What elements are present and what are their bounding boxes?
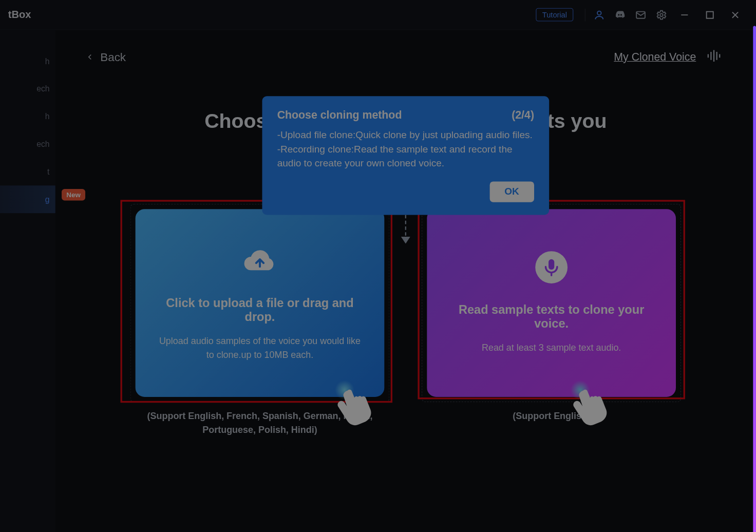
popover-line1: -Upload file clone:Quick clone by just u… bbox=[277, 128, 534, 143]
main-content: Back My Cloned Voice Choose the cloning … bbox=[55, 30, 756, 532]
sidebar: h ech h ech t g New bbox=[0, 30, 55, 532]
subheader: Back My Cloned Voice bbox=[55, 30, 756, 64]
maximize-icon[interactable] bbox=[702, 7, 717, 23]
record-drop-frame: Read sample texts to clone your voice. R… bbox=[422, 204, 681, 402]
hand-cursor-icon bbox=[567, 378, 622, 433]
record-card-title: Read sample texts to clone your voice. bbox=[446, 303, 656, 331]
record-voice-card[interactable]: Read sample texts to clone your voice. R… bbox=[427, 209, 676, 397]
svg-rect-12 bbox=[549, 259, 554, 270]
app-name: tBox bbox=[8, 9, 31, 21]
record-card-subtitle: Read at least 3 sample text audio. bbox=[482, 341, 621, 355]
record-support-text: (Support English) bbox=[513, 409, 590, 423]
popover-step: (2/4) bbox=[512, 109, 534, 122]
sidebar-item-label: g bbox=[45, 195, 50, 204]
title-bar: tBox Tutorial bbox=[0, 0, 756, 30]
discord-icon[interactable] bbox=[612, 7, 628, 23]
settings-icon[interactable] bbox=[653, 7, 669, 23]
back-label: Back bbox=[100, 50, 126, 64]
mail-icon[interactable] bbox=[633, 7, 649, 23]
sidebar-item-4[interactable]: t bbox=[0, 158, 55, 185]
tutorial-button[interactable]: Tutorial bbox=[536, 8, 574, 22]
ok-button[interactable]: OK bbox=[489, 181, 534, 202]
upload-drop-frame: Click to upload a file or drag and drop.… bbox=[130, 204, 390, 402]
waveform-icon[interactable] bbox=[706, 49, 721, 64]
minimize-icon[interactable] bbox=[676, 7, 692, 23]
upload-card-title: Click to upload a file or drag and drop. bbox=[155, 296, 365, 324]
sidebar-item-0[interactable]: h bbox=[0, 47, 55, 75]
profile-icon[interactable] bbox=[591, 7, 607, 23]
upload-file-card[interactable]: Click to upload a file or drag and drop.… bbox=[136, 209, 385, 397]
popover-arrow bbox=[401, 215, 410, 246]
my-cloned-voice-link[interactable]: My Cloned Voice bbox=[614, 51, 696, 64]
right-accent-bar bbox=[753, 26, 756, 532]
microphone-icon bbox=[535, 251, 568, 283]
svg-point-0 bbox=[597, 11, 601, 14]
sidebar-item-1[interactable]: ech bbox=[0, 75, 55, 103]
chevron-left-icon bbox=[85, 52, 94, 62]
sidebar-item-2[interactable]: h bbox=[0, 103, 55, 130]
popover-title: Choose cloning method bbox=[277, 109, 402, 122]
upload-support-text: (Support English, French, Spanish, Germa… bbox=[131, 409, 389, 437]
divider bbox=[585, 8, 585, 21]
popover-line2: -Recording clone:Read the sample text an… bbox=[277, 143, 534, 171]
onboarding-popover: Choose cloning method (2/4) -Upload file… bbox=[262, 96, 549, 215]
svg-point-2 bbox=[660, 13, 663, 16]
cloud-upload-icon bbox=[244, 244, 276, 277]
sidebar-item-3[interactable]: ech bbox=[0, 130, 55, 158]
svg-rect-4 bbox=[707, 11, 713, 18]
sidebar-item-5[interactable]: g New bbox=[0, 185, 55, 213]
upload-card-subtitle: Upload audio samples of the voice you wo… bbox=[155, 334, 365, 362]
close-icon[interactable] bbox=[727, 7, 743, 23]
back-button[interactable]: Back bbox=[85, 50, 126, 64]
